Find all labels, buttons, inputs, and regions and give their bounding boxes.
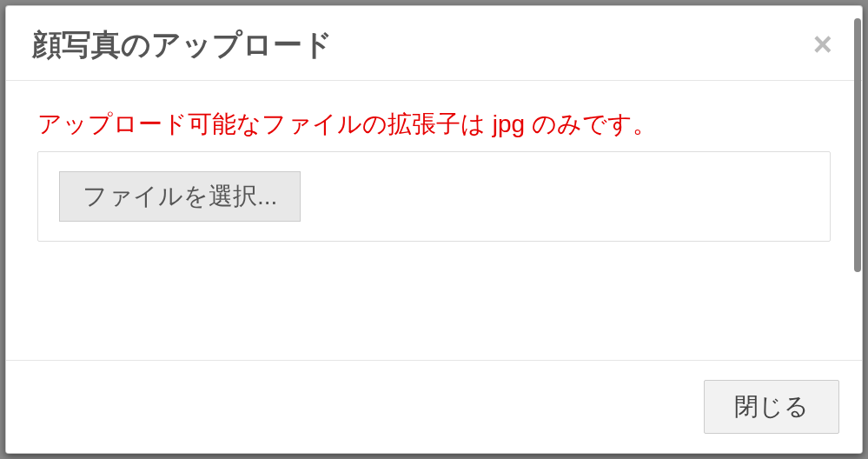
scrollbar[interactable] [852, 18, 861, 441]
file-upload-box: ファイルを選択... [37, 151, 831, 242]
scrollbar-thumb[interactable] [854, 18, 861, 272]
upload-modal: 顔写真のアップロード × アップロード可能なファイルの拡張子は jpg のみです… [5, 5, 863, 454]
close-icon[interactable]: × [810, 28, 836, 61]
close-button[interactable]: 閉じる [704, 380, 839, 434]
file-select-button[interactable]: ファイルを選択... [59, 171, 301, 222]
modal-body: アップロード可能なファイルの拡張子は jpg のみです。 ファイルを選択... [6, 81, 862, 360]
modal-header: 顔写真のアップロード × [6, 6, 862, 81]
modal-footer: 閉じる [6, 360, 862, 453]
error-message: アップロード可能なファイルの拡張子は jpg のみです。 [37, 107, 831, 141]
modal-title: 顔写真のアップロード [32, 27, 333, 63]
